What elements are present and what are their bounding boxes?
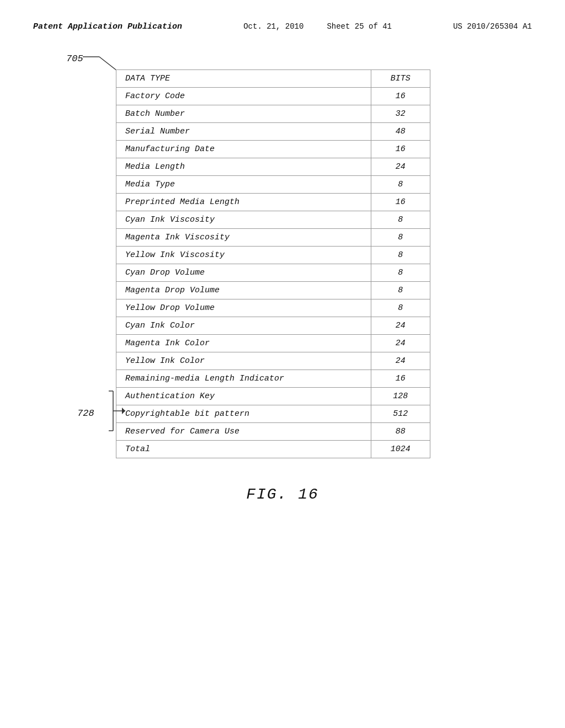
table-row: Total1024 (116, 441, 430, 458)
table-cell-bits: 16 (371, 88, 430, 105)
table-row: Serial Number48 (116, 123, 430, 141)
table-row: Reserved for Camera Use88 (116, 423, 430, 441)
table-row: Media Type8 (116, 176, 430, 194)
table-cell-type: Yellow Ink Viscosity (116, 247, 371, 264)
table-row: Preprinted Media Length16 (116, 194, 430, 211)
header-left: Patent Application Publication (33, 22, 182, 31)
table-cell-bits: 16 (371, 141, 430, 158)
table-cell-bits: 32 (371, 105, 430, 123)
table-row: Yellow Drop Volume8 (116, 299, 430, 317)
table-cell-type: Remaining-media Length Indicator (116, 370, 371, 388)
table-cell-type: Cyan Ink Color (116, 317, 371, 335)
table-row: Media Length24 (116, 158, 430, 176)
table-cell-bits: 8 (371, 264, 430, 282)
table-cell-bits: 24 (371, 158, 430, 176)
table-cell-type: Preprinted Media Length (116, 194, 371, 211)
table-cell-type: Cyan Drop Volume (116, 264, 371, 282)
header-right: US 2010/265304 A1 (453, 22, 532, 31)
header: Patent Application Publication Oct. 21, … (33, 22, 532, 31)
data-table: DATA TYPE BITS Factory Code16Batch Numbe… (116, 69, 430, 458)
table-cell-type: Magenta Drop Volume (116, 282, 371, 299)
content-area: 705 728 (33, 53, 532, 458)
table-row: Magenta Drop Volume8 (116, 282, 430, 299)
table-cell-type: Cyan Ink Viscosity (116, 211, 371, 229)
table-row: Remaining-media Length Indicator16 (116, 370, 430, 388)
table-cell-type: Magenta Ink Viscosity (116, 229, 371, 247)
table-container: 728 DATA TYPE B (116, 69, 430, 458)
sheet-label: Sheet 25 of 41 (327, 22, 392, 31)
patent-label: Patent Application Publication (33, 22, 182, 31)
label-705: 705 (66, 53, 83, 64)
table-cell-bits: 24 (371, 352, 430, 370)
table-cell-bits: 24 (371, 317, 430, 335)
table-cell-bits: 8 (371, 176, 430, 194)
table-cell-bits: 8 (371, 211, 430, 229)
page: Patent Application Publication Oct. 21, … (0, 0, 565, 728)
table-cell-bits: 8 (371, 229, 430, 247)
table-row: Cyan Drop Volume8 (116, 264, 430, 282)
figure-label: FIG. 16 (33, 486, 532, 503)
table-cell-bits: 24 (371, 335, 430, 352)
date-label: Oct. 21, 2010 (243, 22, 303, 31)
table-row: Yellow Ink Color24 (116, 352, 430, 370)
table-cell-type: Batch Number (116, 105, 371, 123)
col-type-header: DATA TYPE (116, 70, 371, 88)
table-cell-type: Media Type (116, 176, 371, 194)
table-cell-type: Media Length (116, 158, 371, 176)
table-cell-type: Serial Number (116, 123, 371, 141)
patent-number: US 2010/265304 A1 (453, 22, 532, 31)
table-row: Batch Number32 (116, 105, 430, 123)
table-row: Cyan Ink Viscosity8 (116, 211, 430, 229)
header-center: Oct. 21, 2010 Sheet 25 of 41 (243, 22, 392, 31)
table-cell-type: Magenta Ink Color (116, 335, 371, 352)
table-cell-type: Yellow Ink Color (116, 352, 371, 370)
table-cell-type: Authentication Key (116, 388, 371, 405)
table-cell-bits: 88 (371, 423, 430, 441)
table-cell-bits: 128 (371, 388, 430, 405)
table-row: Cyan Ink Color24 (116, 317, 430, 335)
table-row: Copyrightable bit pattern512 (116, 405, 430, 423)
table-cell-bits: 8 (371, 282, 430, 299)
table-cell-bits: 1024 (371, 441, 430, 458)
table-row: Manufacturing Date16 (116, 141, 430, 158)
table-cell-bits: 8 (371, 299, 430, 317)
arrow-728-svg (97, 391, 127, 435)
table-cell-bits: 16 (371, 370, 430, 388)
label-728-container: 728 (77, 391, 127, 435)
table-row: Factory Code16 (116, 88, 430, 105)
table-row: Authentication Key128 (116, 388, 430, 405)
label-728: 728 (77, 408, 94, 419)
table-cell-type: Manufacturing Date (116, 141, 371, 158)
table-cell-type: Factory Code (116, 88, 371, 105)
table-row: Magenta Ink Viscosity8 (116, 229, 430, 247)
table-cell-type: Total (116, 441, 371, 458)
table-cell-type: Reserved for Camera Use (116, 423, 371, 441)
table-cell-bits: 48 (371, 123, 430, 141)
table-cell-bits: 8 (371, 247, 430, 264)
table-cell-type: Yellow Drop Volume (116, 299, 371, 317)
table-row: Yellow Ink Viscosity8 (116, 247, 430, 264)
table-cell-type: Copyrightable bit pattern (116, 405, 371, 423)
svg-marker-7 (122, 408, 125, 414)
table-row: Magenta Ink Color24 (116, 335, 430, 352)
col-bits-header: BITS (371, 70, 430, 88)
table-cell-bits: 512 (371, 405, 430, 423)
table-cell-bits: 16 (371, 194, 430, 211)
